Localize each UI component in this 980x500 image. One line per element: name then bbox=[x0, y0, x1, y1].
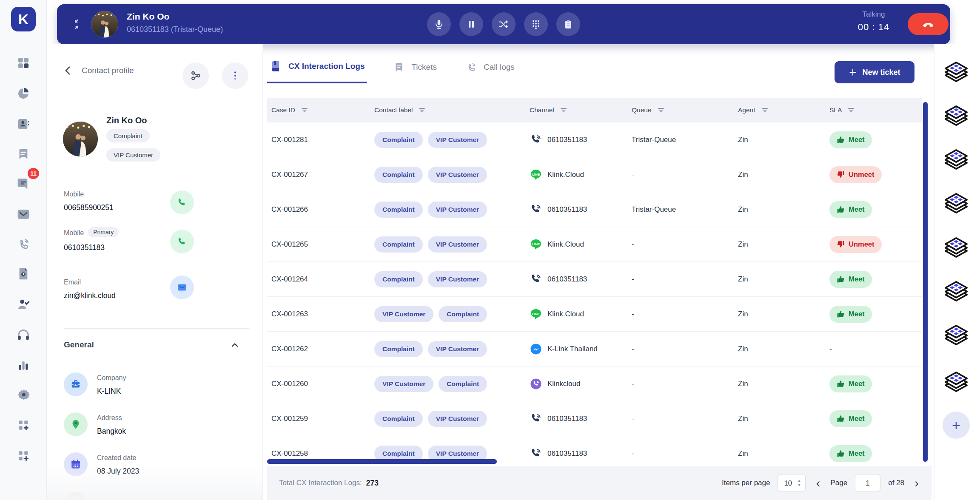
collapse-general-chevron[interactable] bbox=[230, 340, 240, 352]
app-stack-icon[interactable] bbox=[943, 235, 970, 262]
case-id: CX-001264 bbox=[271, 275, 308, 284]
agent-value: Zin bbox=[734, 275, 825, 284]
app-stack-icon[interactable] bbox=[943, 191, 970, 218]
table-row[interactable]: CX-001260 VIP CustomerComplaint Klinkclo… bbox=[267, 366, 922, 401]
page-number-input[interactable] bbox=[855, 474, 880, 492]
case-id: CX-001263 bbox=[271, 310, 308, 318]
ticket-icon bbox=[393, 62, 405, 73]
table-row[interactable]: CX-001281 ComplaintVIP Customer 06103511… bbox=[267, 122, 922, 157]
nav-add-widget-icon-2[interactable] bbox=[0, 444, 47, 468]
items-per-page-label: Items per page bbox=[722, 479, 770, 487]
created-date-label: Created date bbox=[97, 454, 137, 461]
contact-label-pill: Complaint bbox=[439, 306, 487, 322]
case-id: CX-001265 bbox=[271, 240, 308, 249]
merge-contact-button[interactable] bbox=[182, 62, 209, 89]
tab-call-logs[interactable]: Call logs bbox=[463, 56, 517, 83]
sla-badge: Meet bbox=[829, 271, 872, 288]
general-section-title: General bbox=[64, 340, 94, 349]
app-stack-icon[interactable] bbox=[943, 60, 970, 87]
queue-value: Tristar-Queue bbox=[627, 136, 734, 144]
app-stack-icon[interactable] bbox=[943, 279, 970, 306]
agent-value: Zin bbox=[734, 240, 825, 249]
table-row[interactable]: CX-001262 ComplaintVIP Customer K-Link T… bbox=[267, 332, 922, 366]
app-logo[interactable]: K bbox=[11, 7, 36, 31]
column-header-channel[interactable]: Channel bbox=[525, 106, 627, 114]
tab-tickets[interactable]: Tickets bbox=[391, 56, 439, 83]
contact-avatar bbox=[63, 122, 98, 156]
next-page-chevron[interactable]: › bbox=[912, 477, 921, 489]
company-field: Company K-LINK bbox=[97, 374, 126, 396]
nav-barchart-icon[interactable] bbox=[0, 353, 47, 377]
channel-cell: LINEKlink.Cloud bbox=[525, 308, 627, 321]
transfer-shuffle-button[interactable] bbox=[492, 12, 516, 36]
company-value: K-LINK bbox=[97, 387, 126, 396]
call-mobile-button[interactable] bbox=[170, 190, 194, 214]
more-options-button[interactable] bbox=[222, 62, 248, 89]
prev-page-chevron[interactable]: ‹ bbox=[813, 477, 823, 489]
column-header-contact-label[interactable]: Contact label bbox=[370, 106, 525, 114]
section-divider bbox=[64, 328, 249, 329]
channel-name: Klink.Cloud bbox=[547, 170, 584, 179]
nav-analytics-icon[interactable] bbox=[0, 82, 47, 105]
email-value: zin@klink.cloud bbox=[64, 291, 116, 300]
nav-mail-icon[interactable] bbox=[0, 202, 47, 226]
call-primary-button[interactable] bbox=[170, 230, 194, 253]
nav-agent-status-icon[interactable] bbox=[0, 293, 47, 316]
table-row[interactable]: CX-001266 ComplaintVIP Customer 06103511… bbox=[267, 192, 922, 227]
contact-labels: VIP CustomerComplaint bbox=[370, 306, 525, 322]
hold-pause-button[interactable] bbox=[459, 12, 483, 36]
column-header-case-id[interactable]: Case ID bbox=[267, 106, 370, 114]
nav-headset-icon[interactable] bbox=[0, 323, 47, 347]
vertical-scrollbar[interactable] bbox=[923, 102, 928, 462]
nav-add-widget-icon[interactable] bbox=[0, 413, 47, 437]
nav-report-icon[interactable] bbox=[0, 262, 47, 286]
table-row[interactable]: CX-001264 ComplaintVIP Customer 06103511… bbox=[267, 262, 922, 297]
hangup-button[interactable] bbox=[908, 13, 949, 35]
mute-microphone-button[interactable] bbox=[427, 12, 451, 36]
collapse-callbar-icon[interactable] bbox=[69, 17, 84, 32]
table-row[interactable]: CX-001267 ComplaintVIP Customer LINEKlin… bbox=[267, 157, 922, 192]
nav-contacts-icon[interactable] bbox=[0, 112, 47, 136]
call-notes-button[interactable] bbox=[556, 12, 580, 36]
nav-settings-icon[interactable] bbox=[0, 383, 47, 406]
new-ticket-button[interactable]: New ticket bbox=[835, 61, 914, 83]
nav-dashboard-icon[interactable] bbox=[0, 51, 47, 75]
app-stack-icon[interactable] bbox=[943, 103, 970, 131]
app-stack-icon[interactable] bbox=[943, 369, 970, 397]
tab-cx-interaction-logs[interactable]: CX Interaction Logs bbox=[267, 56, 367, 83]
table-row[interactable]: CX-001263 VIP CustomerComplaint LINEKlin… bbox=[267, 297, 922, 332]
channel-cell: Klinkcloud bbox=[525, 378, 627, 390]
table-row[interactable]: CX-001265 ComplaintVIP Customer LINEKlin… bbox=[267, 227, 922, 262]
nav-chat-icon[interactable]: 11 bbox=[0, 172, 47, 196]
nav-phone-icon[interactable] bbox=[0, 232, 47, 256]
items-per-page-select[interactable]: 10 ▲▼ bbox=[778, 474, 806, 492]
sla-badge: Meet bbox=[829, 445, 872, 462]
sla-badge: Meet bbox=[829, 201, 872, 218]
dialpad-button[interactable] bbox=[524, 12, 548, 36]
column-header-sla[interactable]: SLA bbox=[825, 106, 922, 114]
add-app-button[interactable]: + bbox=[943, 412, 970, 439]
case-id: CX-001267 bbox=[271, 170, 308, 179]
nav-ticket-icon[interactable] bbox=[0, 142, 47, 166]
contact-labels: ComplaintVIP Customer bbox=[370, 132, 525, 148]
contact-label-pill: VIP Customer bbox=[428, 167, 487, 183]
thumbs-down-icon bbox=[837, 240, 845, 248]
call-controls bbox=[427, 12, 580, 36]
sla-cell: Meet bbox=[825, 410, 922, 427]
case-id: CX-001260 bbox=[271, 380, 308, 388]
sla-cell: Unmeet bbox=[825, 166, 922, 183]
horizontal-scrollbar[interactable] bbox=[267, 459, 497, 464]
table-row[interactable]: CX-001259 ComplaintVIP Customer 06103511… bbox=[267, 401, 922, 436]
address-label: Address bbox=[97, 414, 122, 421]
pagination: Items per page 10 ▲▼ ‹ Page of 28 › bbox=[722, 474, 921, 492]
send-email-button[interactable] bbox=[170, 276, 194, 299]
app-stack-icon[interactable] bbox=[943, 323, 970, 350]
back-chevron-icon[interactable] bbox=[62, 65, 74, 77]
page-total: of 28 bbox=[888, 479, 904, 487]
sla-badge: Unmeet bbox=[829, 236, 882, 253]
queue-value: - bbox=[627, 449, 734, 458]
column-header-queue[interactable]: Queue bbox=[627, 106, 734, 114]
contact-labels: ComplaintVIP Customer bbox=[370, 271, 525, 287]
app-stack-icon[interactable] bbox=[943, 147, 970, 174]
column-header-agent[interactable]: Agent bbox=[734, 106, 825, 114]
